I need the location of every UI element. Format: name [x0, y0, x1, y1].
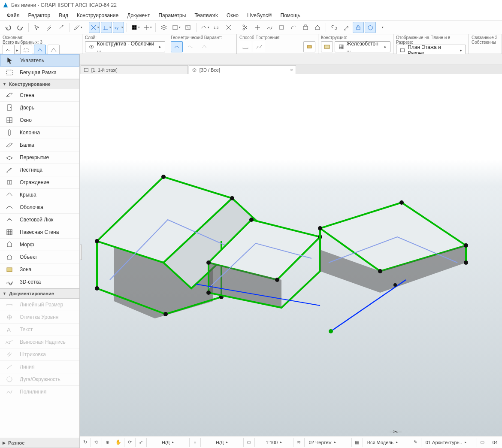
rect-icon[interactable] — [276, 22, 287, 33]
section-dropdown[interactable] — [170, 22, 181, 33]
group-misc[interactable]: ▶Разное — [0, 438, 79, 448]
tab-floorplan[interactable]: [1. 1-й этаж] — [81, 65, 188, 74]
ruler-dropdown[interactable] — [72, 22, 83, 33]
tool-column[interactable]: Колонна — [0, 127, 79, 139]
dimension-12-icon[interactable]: 1.2 — [211, 22, 222, 33]
snap-xy-dropdown[interactable]: xy — [113, 22, 124, 33]
geom-3-icon[interactable] — [198, 41, 210, 52]
menu-livesync[interactable]: LiveSync® — [244, 11, 275, 20]
sb-last[interactable]: 04 — [488, 438, 502, 447]
tab-3d[interactable]: [3D / Все] × — [189, 65, 296, 74]
sb-model-icon[interactable]: ▦ — [352, 438, 363, 447]
tool-pointer[interactable]: Указатель — [0, 54, 79, 67]
link-icon[interactable] — [329, 22, 340, 33]
menu-view[interactable]: Вид — [55, 11, 72, 20]
sb-nd2[interactable]: Н/Д▸ — [201, 438, 244, 447]
menu-window[interactable]: Окно — [223, 11, 242, 20]
pick-button[interactable] — [31, 22, 42, 33]
path-icon[interactable] — [264, 22, 275, 33]
move-icon[interactable] — [252, 22, 263, 33]
tool-mesh[interactable]: 3D-сетка — [0, 276, 79, 288]
tool-window[interactable]: Окно — [0, 114, 79, 127]
sb-hand-icon[interactable]: ✋ — [113, 438, 124, 447]
home-icon[interactable] — [312, 22, 323, 33]
tool-dimension[interactable]: Линейный Размер — [0, 299, 79, 311]
tool-zone[interactable]: Зона — [0, 263, 79, 276]
tool-curtainwall[interactable]: Навесная Стена — [0, 226, 79, 239]
layer-dropdown[interactable]: Конструктив - Оболочки ... ▸ — [85, 41, 165, 52]
cut-icon[interactable] — [240, 22, 251, 33]
sb-last-icon[interactable]: ▭ — [477, 438, 488, 447]
tab-close-icon[interactable]: × — [290, 67, 293, 73]
tool-arc[interactable]: Дуга/Окружность — [0, 373, 79, 386]
constr-2-icon[interactable] — [253, 41, 265, 52]
sb-draw[interactable]: 02 Чертеж▸ — [305, 438, 352, 447]
axes-icon[interactable] — [223, 22, 234, 33]
group-design[interactable]: ▼Конструирование — [0, 79, 79, 89]
box-select-icon[interactable] — [365, 22, 376, 33]
group-doc[interactable]: ▼Документирование — [0, 288, 79, 299]
tool-skylight[interactable]: Световой Люк — [0, 214, 79, 226]
sb-scale-icon[interactable]: ▭ — [244, 438, 255, 447]
sb-model[interactable]: Вся Модель▸ — [363, 438, 410, 447]
eyedropper-icon[interactable] — [43, 22, 54, 33]
redo-button[interactable] — [15, 22, 26, 33]
more-dropdown[interactable] — [377, 22, 388, 33]
layers-icon[interactable] — [158, 22, 169, 33]
tool-level[interactable]: Отметка Уровня — [0, 311, 79, 324]
tool-beam[interactable]: Балка — [0, 139, 79, 151]
menu-options[interactable]: Параметры — [155, 11, 189, 20]
sb-nd1[interactable]: Н/Д▸ — [147, 438, 190, 447]
tool-railing[interactable]: Ограждение — [0, 176, 79, 189]
tool-line[interactable]: Линия — [0, 361, 79, 373]
menu-document[interactable]: Документ — [124, 11, 153, 20]
sb-layers-icon[interactable]: ≋ — [293, 438, 305, 447]
geom-2-icon[interactable] — [184, 41, 197, 52]
menu-teamwork[interactable]: Teamwork — [191, 11, 221, 20]
sb-camera-icon[interactable]: ⌂ — [190, 438, 201, 447]
tool-pline[interactable]: Полилиния — [0, 386, 79, 398]
sb-arch[interactable]: 01 Архитектурн..▸ — [421, 438, 477, 447]
tool-wall[interactable]: Стена — [0, 89, 79, 102]
tool-roof[interactable]: Крыша — [0, 189, 79, 201]
sb-orbit-icon[interactable]: ⟳ — [124, 438, 136, 447]
wall-tool-dropdown[interactable] — [199, 22, 210, 33]
tool-object[interactable]: Объект — [0, 251, 79, 263]
sb-scale[interactable]: 1:100▸ — [255, 438, 293, 447]
tool-door[interactable]: Дверь — [0, 102, 79, 114]
tool-shell[interactable]: Оболочка — [0, 201, 79, 214]
arc-icon[interactable] — [288, 22, 299, 33]
tool-marquee[interactable]: Бегущая Рамка — [0, 67, 79, 79]
undo-button[interactable] — [3, 22, 14, 33]
tool-label[interactable]: A1Выносная Надпись — [0, 336, 79, 348]
tool-stair[interactable]: Лестница — [0, 164, 79, 176]
sb-zoom-icon[interactable]: ⊕ — [102, 438, 113, 447]
3d-viewport[interactable]: ⟨ z y x — [80, 74, 502, 436]
geom-1-icon[interactable] — [171, 41, 183, 52]
sb-rewind-icon[interactable]: ⟲ — [91, 438, 102, 447]
lock-edit-icon[interactable] — [353, 22, 364, 33]
room-icon[interactable] — [300, 22, 311, 33]
tool-slab[interactable]: Перекрытие — [0, 151, 79, 164]
material-1-icon[interactable] — [321, 41, 333, 52]
sb-refresh-icon[interactable]: ↻ — [80, 438, 91, 447]
constr-1-icon[interactable] — [239, 41, 251, 52]
magic-wand-icon[interactable] — [55, 22, 67, 33]
snap-x-dropdown[interactable] — [89, 22, 100, 33]
edit-icon[interactable] — [341, 22, 352, 33]
menu-design[interactable]: Конструирование — [73, 11, 122, 20]
grid-origin-dropdown[interactable] — [142, 22, 153, 33]
grid-dropdown[interactable] — [130, 22, 141, 33]
menu-file[interactable]: Файл — [3, 11, 23, 20]
menu-help[interactable]: Помощь — [277, 11, 304, 20]
section-icon[interactable] — [182, 22, 194, 33]
constr-mode-icon[interactable] — [303, 41, 315, 52]
material-dropdown[interactable]: Железобетон ... ▸ — [335, 41, 390, 52]
sb-fit-icon[interactable]: ⤢ — [136, 438, 147, 447]
tool-text[interactable]: AТекст — [0, 324, 79, 336]
menu-editor[interactable]: Редактор — [25, 11, 54, 20]
snap-perp-dropdown[interactable] — [101, 22, 112, 33]
tool-morph[interactable]: Морф — [0, 239, 79, 251]
tool-hatch[interactable]: Штриховка — [0, 348, 79, 361]
sb-pen-icon[interactable]: ✎ — [410, 438, 421, 447]
